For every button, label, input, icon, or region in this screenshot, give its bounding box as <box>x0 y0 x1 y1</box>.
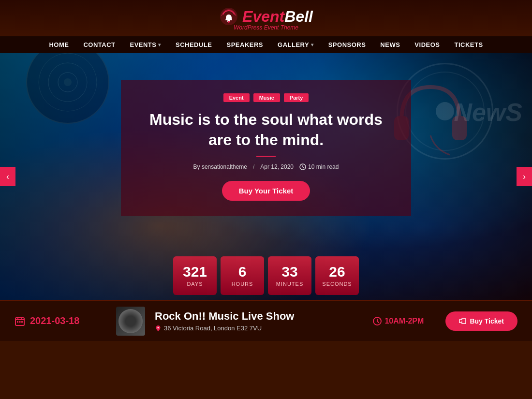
svg-rect-14 <box>17 321 18 323</box>
countdown-seconds: 26 SECONDS <box>315 256 359 295</box>
hero-tag-music[interactable]: Music <box>253 93 280 102</box>
hero-section: NewS ‹ › Event Music Party Music is to t… <box>0 53 532 300</box>
hero-divider <box>256 156 276 157</box>
svg-point-2 <box>228 21 230 23</box>
hero-prev-button[interactable]: ‹ <box>0 167 15 186</box>
svg-point-7 <box>64 78 72 86</box>
site-header: EventBell WordPress Event Theme <box>0 0 532 36</box>
hero-date: Apr 12, 2020 <box>260 163 294 170</box>
countdown-minutes-label: MINUTES <box>276 281 304 287</box>
hero-author: By sensationaltheme <box>193 163 247 170</box>
ticket-icon <box>459 317 467 325</box>
nav-sponsors[interactable]: SPONSORS <box>328 41 366 48</box>
event-time: 10AM-2PM <box>373 317 436 325</box>
countdown-days-label: DAYS <box>187 281 203 287</box>
hero-meta: By sensationaltheme / Apr 12, 2020 10 mi… <box>140 163 392 170</box>
countdown-hours-label: HOURS <box>232 281 253 287</box>
event-date: 2021-03-18 <box>15 315 106 326</box>
hero-title: Music is to the soul what words are to t… <box>140 110 392 150</box>
hero-tag-party[interactable]: Party <box>284 93 309 102</box>
svg-rect-16 <box>21 321 23 323</box>
hero-content-box: Event Music Party Music is to the soul w… <box>121 80 411 216</box>
nav-gallery[interactable]: GALLERY ▾ <box>278 41 314 48</box>
clock-icon <box>299 163 306 170</box>
countdown-seconds-label: SECONDS <box>322 281 352 287</box>
nav-speakers[interactable]: SPEAKERS <box>227 41 264 48</box>
nav-schedule[interactable]: SCHEDULE <box>176 41 212 48</box>
svg-rect-9 <box>452 116 467 140</box>
countdown-minutes-value: 33 <box>281 265 297 279</box>
logo-subtitle: WordPress Event Theme <box>234 24 298 31</box>
hero-next-button[interactable]: › <box>517 167 532 186</box>
chevron-down-icon: ▾ <box>158 42 161 47</box>
nav-home[interactable]: HOME <box>49 41 69 48</box>
logo-top: EventBell <box>219 7 313 26</box>
event-info: Rock On!! Music Live Show 36 Victoria Ro… <box>155 310 363 332</box>
event-location: 36 Victoria Road, London E32 7VU <box>155 325 363 332</box>
hero-tags: Event Music Party <box>140 93 392 102</box>
hero-read-time: 10 min read <box>299 163 339 170</box>
countdown-timer: 321 DAYS 6 HOURS 33 MINUTES 26 SECONDS <box>173 256 359 300</box>
logo-text: EventBell <box>242 8 313 26</box>
svg-point-3 <box>27 53 109 123</box>
chevron-down-icon-gallery: ▾ <box>311 42 314 47</box>
nav-videos[interactable]: VIDEOS <box>414 41 440 48</box>
bell-icon <box>219 7 238 26</box>
hero-tag-event[interactable]: Event <box>223 93 250 102</box>
svg-point-17 <box>158 327 159 328</box>
countdown-days: 321 DAYS <box>173 256 217 295</box>
nav-contact[interactable]: CONTACT <box>83 41 115 48</box>
countdown-seconds-value: 26 <box>329 265 345 279</box>
clock-event-icon <box>373 317 382 325</box>
main-nav: HOME CONTACT EVENTS ▾ SCHEDULE SPEAKERS … <box>0 36 532 53</box>
nav-news[interactable]: NEWS <box>380 41 400 48</box>
location-icon <box>155 325 162 332</box>
event-title: Rock On!! Music Live Show <box>155 310 363 323</box>
logo[interactable]: EventBell WordPress Event Theme <box>219 7 313 31</box>
hero-meta-sep: / <box>253 163 254 170</box>
countdown-hours-value: 6 <box>238 265 247 279</box>
nav-tickets[interactable]: TICKETS <box>454 41 483 48</box>
countdown-days-value: 321 <box>183 265 207 279</box>
event-bar: 2021-03-18 Rock On!! Music Live Show 36 … <box>0 300 532 341</box>
event-buy-ticket-button[interactable]: Buy Ticket <box>445 311 517 331</box>
event-thumbnail <box>116 307 145 336</box>
svg-rect-15 <box>19 321 21 323</box>
nav-events[interactable]: EVENTS ▾ <box>130 41 161 48</box>
calendar-icon <box>15 316 25 326</box>
buy-ticket-button[interactable]: Buy Your Ticket <box>222 181 310 201</box>
countdown-minutes: 33 MINUTES <box>268 256 311 295</box>
countdown-hours: 6 HOURS <box>221 256 264 295</box>
